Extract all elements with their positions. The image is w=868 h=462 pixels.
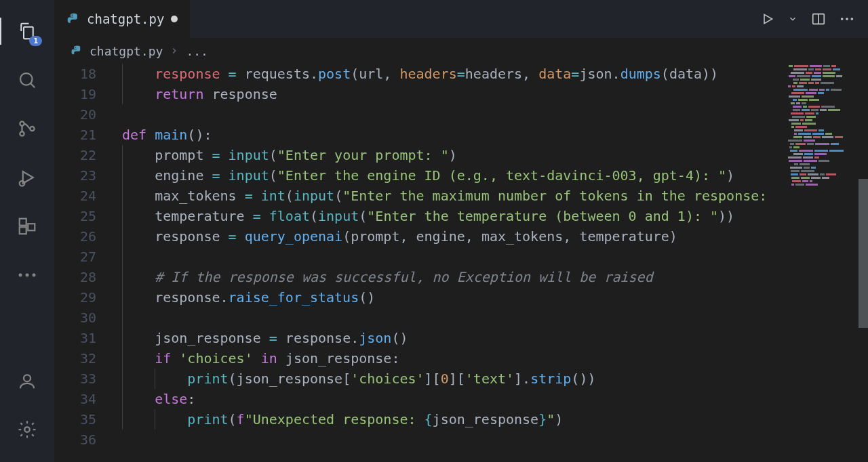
run-dropdown-icon[interactable]	[788, 14, 797, 24]
explorer-icon[interactable]: 1	[8, 12, 46, 50]
extensions-icon[interactable]	[8, 207, 46, 245]
svg-marker-15	[764, 14, 772, 23]
more-icon[interactable]	[8, 256, 46, 294]
tab-chatgpt[interactable]: chatgpt.py	[54, 0, 190, 38]
svg-point-12	[33, 274, 36, 277]
svg-point-13	[24, 375, 31, 381]
scroll-thumb[interactable]	[859, 179, 868, 328]
python-file-icon	[66, 12, 80, 26]
run-button[interactable]	[761, 12, 774, 26]
svg-point-6	[20, 181, 25, 186]
svg-rect-9	[28, 224, 35, 230]
svg-point-19	[846, 18, 848, 20]
settings-gear-icon[interactable]	[8, 411, 46, 448]
svg-rect-7	[20, 219, 26, 226]
account-icon[interactable]	[8, 362, 46, 400]
chevron-right-icon	[170, 44, 179, 58]
breadcrumb-filename: chatgpt.py	[90, 44, 163, 58]
vertical-scrollbar[interactable]	[859, 64, 868, 462]
svg-point-3	[20, 131, 24, 135]
tab-bar: chatgpt.py	[54, 0, 868, 38]
svg-line-1	[31, 83, 35, 87]
editor[interactable]: 18192021222324252627282930313233343536 r…	[54, 64, 868, 462]
run-debug-icon[interactable]	[8, 159, 46, 196]
tab-dirty-dot-icon	[171, 16, 178, 22]
breadcrumb-trail: ...	[186, 44, 208, 58]
svg-point-2	[20, 121, 24, 125]
svg-point-14	[24, 427, 30, 432]
search-icon[interactable]	[8, 61, 46, 99]
tab-filename: chatgpt.py	[87, 12, 164, 26]
svg-point-10	[19, 274, 22, 277]
editor-more-icon[interactable]	[840, 16, 854, 22]
svg-point-4	[30, 127, 34, 131]
svg-point-0	[20, 73, 33, 85]
line-gutter: 18192021222324252627282930313233343536	[54, 64, 108, 462]
svg-point-11	[26, 274, 29, 277]
explorer-badge: 1	[29, 36, 42, 46]
minimap[interactable]	[784, 64, 859, 186]
svg-point-18	[841, 18, 844, 20]
breadcrumb[interactable]: chatgpt.py ...	[54, 38, 868, 64]
title-actions	[761, 0, 868, 38]
python-file-icon	[71, 45, 83, 57]
code-area[interactable]: response = requests.post(url, headers=he…	[108, 64, 868, 462]
source-control-icon[interactable]	[8, 110, 46, 148]
svg-rect-8	[20, 227, 26, 234]
activity-bar: 1	[0, 0, 54, 462]
svg-point-20	[851, 18, 854, 20]
split-editor-icon[interactable]	[811, 12, 826, 26]
